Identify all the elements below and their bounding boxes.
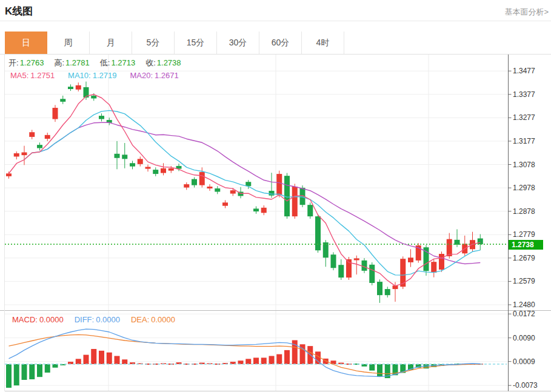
macd-bar xyxy=(91,349,96,364)
tab-5分[interactable]: 5分 xyxy=(132,32,175,54)
candle xyxy=(6,173,12,176)
ohlc-item: 高:1.2781 xyxy=(54,58,89,68)
candle xyxy=(130,163,135,166)
candle xyxy=(184,184,189,187)
candle xyxy=(60,99,65,102)
macd-bar xyxy=(261,357,267,364)
macd-bar xyxy=(45,364,50,373)
price-axis-label: 1.2480 xyxy=(513,301,535,309)
macd-bar xyxy=(53,364,58,368)
candle xyxy=(192,179,197,185)
ma_legend-label: MA10: xyxy=(68,71,91,80)
candle xyxy=(307,205,313,216)
candle xyxy=(122,154,127,159)
macd_legend-label: MACD: xyxy=(12,315,38,324)
candle xyxy=(369,265,375,283)
ohlc-label: 低: xyxy=(100,58,110,67)
macd-bar xyxy=(37,364,42,377)
candle xyxy=(362,261,367,271)
page-title: K线图 xyxy=(5,4,33,18)
price-axis-label: 1.3177 xyxy=(513,137,535,145)
macd-bar xyxy=(14,364,19,385)
ohlc-item: 低:1.2713 xyxy=(100,58,135,68)
candle xyxy=(354,258,359,260)
tab-月[interactable]: 月 xyxy=(90,32,132,54)
candle xyxy=(14,153,19,156)
price-axis-label: 1.2579 xyxy=(513,277,535,285)
tab-30分[interactable]: 30分 xyxy=(217,32,259,54)
macd-bar xyxy=(369,364,375,371)
candle xyxy=(68,87,73,89)
ohlc-value: 1.2738 xyxy=(157,58,181,67)
macd_legend-value: 0.0000 xyxy=(96,315,120,324)
price-axis-label: 1.2679 xyxy=(513,254,535,262)
price-axis-label: 1.2978 xyxy=(513,184,535,192)
macd-bar xyxy=(253,357,259,364)
candle xyxy=(439,254,444,270)
fundamental-analysis-link[interactable]: 基本面分析> xyxy=(504,7,549,18)
price-axis-label: 1.3277 xyxy=(513,113,535,122)
candle xyxy=(253,208,259,211)
ohlc-label: 收: xyxy=(145,58,156,67)
candle xyxy=(99,116,104,119)
macd-bar xyxy=(6,364,12,388)
macd-axis-label: 0.0090 xyxy=(513,334,535,342)
ma_legend-value: 1.2671 xyxy=(155,71,179,80)
ohlc-label: 高: xyxy=(54,58,64,67)
candle xyxy=(230,190,236,193)
ma-readout: MA5:1.2751MA10:1.2719MA20:1.2671 xyxy=(10,71,179,80)
candle xyxy=(478,238,483,244)
candle xyxy=(338,265,344,277)
ohlc-value: 1.2713 xyxy=(111,58,135,67)
tab-日[interactable]: 日 xyxy=(5,32,47,54)
macd_legend-label: DIFF: xyxy=(75,315,95,324)
candle xyxy=(222,202,228,205)
tab-周[interactable]: 周 xyxy=(47,32,90,54)
price-axis-label: 1.3477 xyxy=(513,67,535,75)
candle xyxy=(45,135,50,139)
macd-bar xyxy=(269,356,275,364)
candle xyxy=(447,239,452,256)
macd-bar xyxy=(245,359,251,364)
macd-bar xyxy=(76,359,81,364)
macd_legend-item: DIFF:0.0000 xyxy=(75,315,120,324)
ohlc-label: 开: xyxy=(8,58,19,67)
ma_legend-value: 1.2719 xyxy=(93,71,117,80)
interval-tabbar: 日周月5分15分30分60分4时 xyxy=(0,32,551,55)
macd-bar xyxy=(377,364,382,376)
macd-bar xyxy=(22,364,27,380)
ohlc-item: 收:1.2738 xyxy=(145,58,181,68)
ohlc-value: 1.2763 xyxy=(20,58,44,67)
ma_legend-value: 1.2751 xyxy=(30,71,55,80)
kline-widget: K线图 基本面分析> 日周月5分15分30分60分4时 开:1.2763高:1.… xyxy=(0,0,551,392)
candle xyxy=(53,108,58,119)
candle xyxy=(161,168,166,173)
candle xyxy=(215,188,220,191)
candle xyxy=(22,152,27,155)
price-axis-label: 1.2779 xyxy=(513,230,535,239)
macd_legend-item: MACD:0.0000 xyxy=(12,315,64,324)
tab-4时[interactable]: 4时 xyxy=(302,32,344,54)
candle xyxy=(377,282,382,295)
ohlc-readout: 开:1.2763高:1.2781低:1.2713收:1.2738 xyxy=(8,58,181,68)
candle xyxy=(408,257,413,262)
candle xyxy=(153,170,158,174)
tab-15分[interactable]: 15分 xyxy=(175,32,217,54)
macd-axis-label: -0.0073 xyxy=(513,381,538,390)
macd-bar xyxy=(115,356,120,364)
tab-60分[interactable]: 60分 xyxy=(259,32,302,54)
candle xyxy=(385,289,390,295)
macd-bar xyxy=(99,351,104,364)
macd_legend-label: DEA: xyxy=(131,315,149,324)
macd_legend-item: DEA:0.0000 xyxy=(131,315,175,324)
macd-axis-label: 0.0009 xyxy=(513,357,535,366)
candle xyxy=(138,159,143,164)
macd_legend-value: 0.0000 xyxy=(39,315,64,324)
macd_legend-value: 0.0000 xyxy=(151,315,175,324)
candle xyxy=(315,216,321,250)
macd-bar xyxy=(122,359,127,364)
current-price-badge: 1.2738 xyxy=(509,240,543,250)
macd-bar xyxy=(107,353,112,364)
macd-bar xyxy=(284,350,290,364)
ma_legend-label: MA5: xyxy=(10,71,28,80)
